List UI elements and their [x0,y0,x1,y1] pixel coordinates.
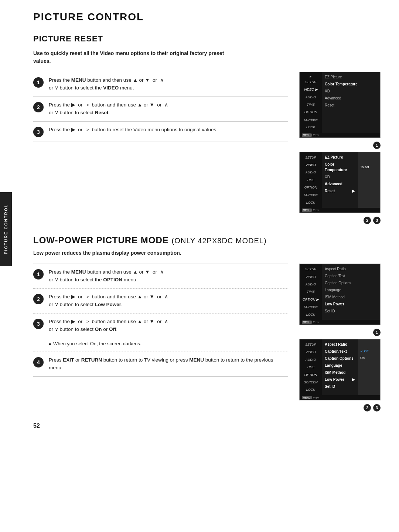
menu-item-ez: EZ Picture [325,74,377,81]
lp-step-row-3: 3 Press the ▶ or ＞ button and then use ▲… [33,313,288,338]
menu-left-time-2: TIME [300,176,322,184]
badge-1: 1 [373,142,381,149]
picture-reset-screenshots: ►SETUP VIDEO ▶ AUDIO TIME OPTION SCREEN … [296,72,381,224]
lp-menu-option: OPTION ▶ [300,296,322,303]
picture-reset-title: PICTURE RESET [33,34,381,44]
lp-menu-lowpower-2: Low Power▶ [325,376,355,383]
menu-right-1: EZ Picture Color Temperature XD Advanced… [322,72,380,133]
menu-right-2: EZ Picture Color Temperature XD Advanced… [322,152,358,208]
lp-menu-screen: SCREEN [300,303,322,311]
menu-left-setup-2: SETUP [300,154,322,161]
menu-left-screen: SCREEN [300,116,322,123]
lp-step-text-3: Press the ▶ or ＞ button and then use ▲ o… [49,318,288,333]
side-tab-label: PICTURE CONTROL [4,204,8,254]
lp-menu-ism-2: ISM Method [325,369,355,376]
lp-menu-video: VIDEO [300,273,322,281]
lp-menu-time: TIME [300,288,322,295]
menu-left-audio-2: AUDIO [300,169,322,176]
lp-menu-caption-opt-2: Caption Options [325,355,355,362]
picture-reset-steps: 1 Press the MENU button and then use ▲ o… [33,72,288,224]
low-power-title: LOW-POWER PICTURE MODE (Only 42PX8DC mod… [33,235,381,245]
menu-left-lock-2: LOCK [300,199,322,206]
picture-reset-wrapper: 1 Press the MENU button and then use ▲ o… [33,72,381,224]
step-text-1: Press the MENU button and then use ▲ or … [49,77,288,92]
lp-menu-caption-2: Caption/Text [325,348,355,355]
lp-menu-lock-2: LOCK [300,386,322,393]
lp-menu-screen-2: SCREEN [300,379,322,386]
lp-menu-audio-2: AUDIO [300,356,322,363]
menu-item-reset-2: Reset▶ [325,187,355,194]
low-power-section: LOW-POWER PICTURE MODE (Only 42PX8DC mod… [33,235,381,411]
menu-item-color-temp: Color Temperature [325,81,377,88]
menu-left-lock: LOCK [300,123,322,131]
lp-menu-time-2: TIME [300,363,322,371]
lp-menu-caption-opt: Caption Options [325,279,377,287]
lp-menu-btn-1: MENU [302,321,312,324]
lp-step-number-4: 4 [33,357,44,367]
menu-left-2: SETUP VIDEO AUDIO TIME OPTION SCREEN LOC… [300,152,322,208]
menu-item-ez-2: EZ Picture [325,154,355,161]
menu-left-option: OPTION [300,108,322,116]
lp-menu-left-2: SETUP VIDEO AUDIO TIME OPTION SCREEN LOC… [300,339,322,395]
picture-reset-description: Use to quickly reset all the Video menu … [33,50,225,65]
low-power-steps: 1 Press the MENU button and then use ▲ o… [33,264,288,411]
menu-screenshot-2: SETUP VIDEO AUDIO TIME OPTION SCREEN LOC… [299,152,381,213]
menu-left-setup: ►SETUP [300,74,322,86]
lp-menu-video-2: VIDEO [300,348,322,356]
menu-left-video: VIDEO ▶ [300,86,322,93]
lp-menu-setup: SETUP [300,265,322,273]
lp-screenshot-badge-23: 2 3 [364,404,381,411]
screenshot-badge-23: 2 3 [364,217,381,224]
lp-menu-screenshot-2: SETUP VIDEO AUDIO TIME OPTION SCREEN LOC… [299,339,381,400]
lp-menu-language: Language [325,287,377,294]
lp-menu-option-2: OPTION [300,371,322,379]
picture-reset-section: PICTURE RESET Use to quickly reset all t… [33,34,381,224]
lp-menu-btn-2: MENU [302,396,312,399]
menu-left-audio: AUDIO [300,94,322,101]
low-power-screenshots: SETUP VIDEO AUDIO TIME OPTION ▶ SCREEN L… [296,264,381,411]
lp-step-number-3: 3 [33,319,44,329]
lp-menu-setid-2: Set ID [325,383,355,390]
lp-menu-footer-2: MENU Prev. [300,395,380,400]
lp-menu-screenshot-1: SETUP VIDEO AUDIO TIME OPTION ▶ SCREEN L… [299,264,381,325]
lp-step-text-2: Press the ▶ or ＞ button and then use ▲ o… [49,293,288,309]
menu-third-to-set: To set [360,164,378,171]
lp-step-row-2: 2 Press the ▶ or ＞ button and then use ▲… [33,288,288,313]
menu-left-video-2: VIDEO [300,161,322,169]
lp-third-on: On [360,355,378,362]
lp-menu-lock: LOCK [300,311,322,318]
menu-screenshot-1: ►SETUP VIDEO ▶ AUDIO TIME OPTION SCREEN … [299,72,381,138]
lp-third-off: ✓ Off [360,348,378,355]
menu-item-xd: XD [325,88,377,95]
menu-footer-prev-2: Prev. [313,209,320,212]
lp-menu-lowpower: Low Power [325,301,377,308]
lp-badge-1: 1 [373,329,381,336]
lp-step-row-1: 1 Press the MENU button and then use ▲ o… [33,264,288,288]
lp-menu-language-2: Language [325,362,355,369]
menu-left-option-2: OPTION [300,184,322,191]
menu-btn-2: MENU [302,209,312,212]
step-row-1: 1 Press the MENU button and then use ▲ o… [33,72,288,96]
step-number-3: 3 [33,127,44,137]
step-row-3: 3 Press the ▶ or ＞ button to reset the V… [33,121,288,142]
menu-btn-1: MENU [302,133,312,137]
step-number-1: 1 [33,77,44,88]
step-number-2: 2 [33,102,44,112]
lp-menu-footer-1: MENU Prev. [300,320,380,325]
menu-left-screen-2: SCREEN [300,191,322,199]
badge-2: 2 [364,217,371,224]
low-power-description: Low power reduces the plasma display pow… [33,249,225,257]
lp-screenshot-badge-1: 1 [373,329,381,336]
step-row-2: 2 Press the ▶ or ＞ button and then use ▲… [33,96,288,121]
lp-menu-third-1: ✓ Off On [358,339,380,395]
low-power-subtitle: (Only 42PX8DC model) [172,237,267,245]
step-text-2: Press the ▶ or ＞ button and then use ▲ o… [49,101,288,117]
step-text-3: Press the ▶ or ＞ button to reset the Vid… [49,126,288,134]
lp-step-row-4: 4 Press EXIT or RETURN button to return … [33,352,288,377]
menu-item-advanced: Advanced [325,95,377,102]
lp-badge-3: 3 [373,404,381,411]
lp-menu-setid: Set ID [325,308,377,315]
menu-left-time: TIME [300,101,322,108]
menu-third-1: To set [358,152,380,208]
lp-menu-right-1: Aspect Ratio Caption/Text Caption Option… [322,264,380,320]
